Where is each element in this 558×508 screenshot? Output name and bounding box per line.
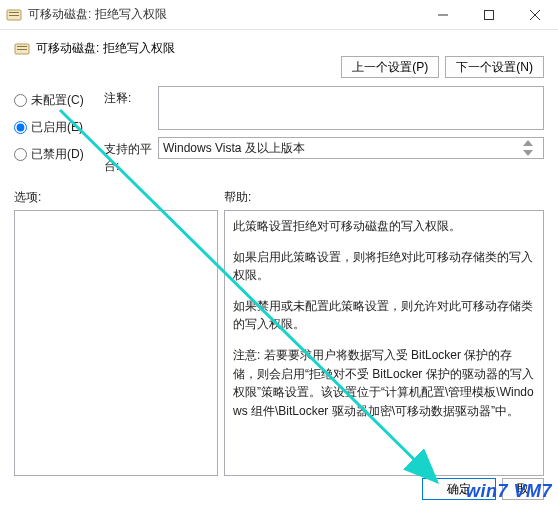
window-controls (420, 0, 558, 30)
svg-rect-4 (485, 10, 494, 19)
svg-rect-8 (17, 46, 27, 47)
help-text: 如果禁用或未配置此策略设置，则允许对此可移动存储类的写入权限。 (233, 297, 535, 334)
help-text: 注意: 若要要求用户将数据写入受 BitLocker 保护的存储，则会启用“拒绝… (233, 346, 535, 420)
platform-value: Windows Vista 及以上版本 (163, 140, 305, 157)
help-pane: 此策略设置拒绝对可移动磁盘的写入权限。 如果启用此策略设置，则将拒绝对此可移动存… (224, 210, 544, 476)
help-text: 如果启用此策略设置，则将拒绝对此可移动存储类的写入权限。 (233, 248, 535, 285)
setting-title-row: 可移动磁盘: 拒绝写入权限 (14, 40, 175, 57)
help-label: 帮助: (224, 189, 251, 206)
pane-headers: 选项: 帮助: (14, 189, 544, 206)
comment-label: 注释: (104, 86, 158, 107)
svg-rect-9 (17, 49, 27, 50)
radio-label: 已启用(E) (31, 119, 83, 136)
options-label: 选项: (14, 189, 224, 206)
titlebar: 可移动磁盘: 拒绝写入权限 (0, 0, 558, 30)
close-button[interactable] (512, 0, 558, 30)
setting-name: 可移动磁盘: 拒绝写入权限 (36, 40, 175, 57)
svg-rect-2 (9, 15, 19, 16)
state-radio-group: 未配置(C) 已启用(E) 已禁用(D) (14, 86, 104, 175)
nav-buttons: 上一个设置(P) 下一个设置(N) (341, 56, 544, 78)
radio-label: 已禁用(D) (31, 146, 84, 163)
supported-platform-box: Windows Vista 及以上版本 (158, 137, 544, 159)
scrollbar-icon[interactable] (523, 140, 539, 156)
prev-setting-button[interactable]: 上一个设置(P) (341, 56, 439, 78)
comment-textarea[interactable] (158, 86, 544, 130)
next-setting-button[interactable]: 下一个设置(N) (445, 56, 544, 78)
maximize-button[interactable] (466, 0, 512, 30)
svg-rect-1 (9, 12, 19, 13)
options-pane (14, 210, 218, 476)
policy-icon (14, 41, 30, 57)
platform-label: 支持的平台: (104, 137, 158, 175)
window-title: 可移动磁盘: 拒绝写入权限 (28, 6, 420, 23)
help-text: 此策略设置拒绝对可移动磁盘的写入权限。 (233, 217, 535, 236)
minimize-button[interactable] (420, 0, 466, 30)
setting-header: 可移动磁盘: 拒绝写入权限 上一个设置(P) 下一个设置(N) (14, 40, 544, 78)
radio-not-configured[interactable]: 未配置(C) (14, 92, 104, 109)
radio-label: 未配置(C) (31, 92, 84, 109)
watermark: win7 VM7 (466, 481, 552, 502)
policy-icon (6, 7, 22, 23)
radio-disabled[interactable]: 已禁用(D) (14, 146, 104, 163)
radio-enabled[interactable]: 已启用(E) (14, 119, 104, 136)
